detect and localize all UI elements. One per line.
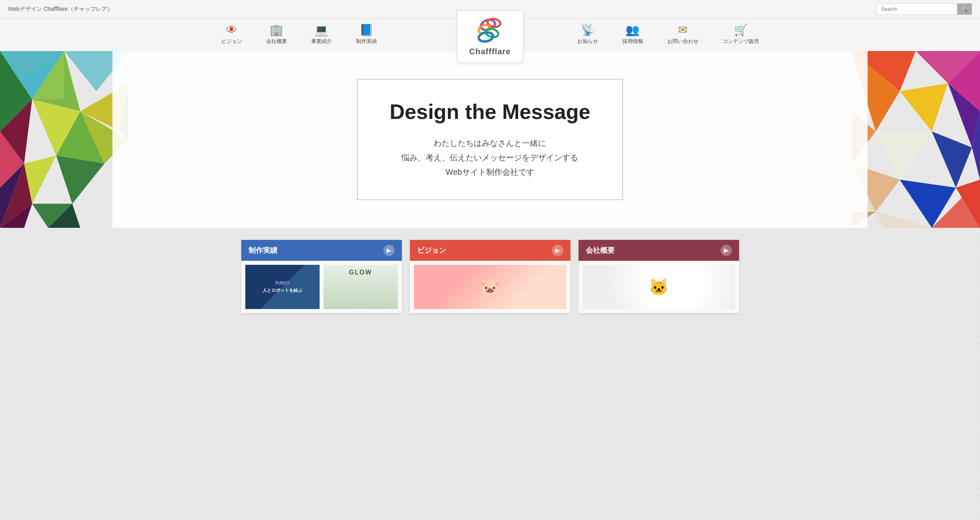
card-vision: ビジョン ▶ 🐷 bbox=[410, 240, 570, 313]
cards-section: 制作実績 ▶ PUBOT 人とロボットを結ぶ GLOW ビジョン bbox=[209, 228, 771, 325]
hero-subtitle-line1: わたしたちはみなさんと一緒に bbox=[390, 136, 591, 150]
hero-content-box: Design the Message わたしたちはみなさんと一緒に 悩み、考え、… bbox=[357, 79, 623, 200]
card-company-arrow: ▶ bbox=[721, 245, 732, 256]
laptop-icon: 💻 bbox=[314, 25, 328, 36]
nav-item-vision[interactable]: 👁 ビジョン bbox=[209, 18, 254, 51]
search-container: 🔍 bbox=[876, 3, 972, 15]
nav-wrapper: 👁 ビジョン 🏢 会社概要 💻 事業紹介 📘 制作実績 📡 お知らせ bbox=[0, 18, 980, 51]
card-vision-header[interactable]: ビジョン ▶ bbox=[410, 240, 570, 261]
nav-right: 📡 お知らせ 👥 採用情報 ✉ お問い合わせ 🛒 コンテンツ販売 bbox=[565, 18, 771, 51]
svg-marker-17 bbox=[56, 156, 104, 204]
nav-item-business[interactable]: 💻 事業紹介 bbox=[299, 18, 344, 51]
card-works-arrow: ▶ bbox=[383, 245, 395, 256]
svg-marker-31 bbox=[876, 131, 932, 180]
search-button[interactable]: 🔍 bbox=[957, 4, 972, 14]
card-vision-label: ビジョン bbox=[417, 246, 446, 255]
card-works-label: 制作実績 bbox=[249, 246, 277, 255]
people-icon: 👥 bbox=[625, 25, 640, 36]
card-works-thumb1: PUBOT 人とロボットを結ぶ bbox=[245, 265, 320, 309]
left-polygon-svg bbox=[0, 51, 128, 228]
nav-label-shop: コンテンツ販売 bbox=[723, 38, 759, 45]
card-company: 会社概要 ▶ 🐱 bbox=[579, 240, 739, 313]
search-input[interactable] bbox=[877, 4, 957, 14]
nav-item-works[interactable]: 📘 制作実績 bbox=[344, 18, 389, 51]
card-vision-body: 🐷 bbox=[410, 261, 570, 313]
hero-content-area: Design the Message わたしたちはみなさんと一緒に 悩み、考え、… bbox=[112, 51, 868, 228]
card-works-header[interactable]: 制作実績 ▶ bbox=[241, 240, 402, 261]
card-company-thumb: 🐱 bbox=[583, 265, 735, 309]
nav-label-vision: ビジョン bbox=[221, 38, 242, 45]
nav-label-contact: お問い合わせ bbox=[667, 38, 699, 45]
card-works-thumb2: GLOW bbox=[324, 265, 398, 309]
cart-icon: 🛒 bbox=[734, 25, 748, 36]
logo-rings-icon bbox=[474, 17, 506, 45]
card-vision-thumb: 🐷 bbox=[414, 265, 566, 309]
site-logo[interactable]: Chaffflare bbox=[457, 10, 523, 63]
nav-left: 👁 ビジョン 🏢 会社概要 💻 事業紹介 📘 制作実績 bbox=[209, 18, 389, 51]
svg-marker-29 bbox=[900, 83, 948, 131]
nav-label-news: お知らせ bbox=[577, 38, 598, 45]
card-works-body: PUBOT 人とロボットを結ぶ GLOW bbox=[241, 261, 402, 313]
nav-item-news[interactable]: 📡 お知らせ bbox=[565, 18, 610, 51]
card-company-label: 会社概要 bbox=[586, 246, 615, 255]
book-icon: 📘 bbox=[359, 25, 373, 36]
nav-label-works: 制作実績 bbox=[356, 38, 377, 45]
hero-left-decoration bbox=[0, 51, 128, 228]
nav-label-company: 会社概要 bbox=[266, 38, 287, 45]
hero-subtitle-line3: Webサイト制作会社です bbox=[390, 165, 591, 179]
nav-label-recruit: 採用情報 bbox=[622, 38, 643, 45]
site-title: Webデザイン Chaffflare（チャッフレア） bbox=[8, 6, 113, 13]
building-icon: 🏢 bbox=[269, 25, 283, 36]
nav-item-contact[interactable]: ✉ お問い合わせ bbox=[655, 18, 711, 51]
svg-marker-33 bbox=[932, 131, 972, 188]
hero-title: Design the Message bbox=[390, 100, 591, 124]
envelope-icon: ✉ bbox=[678, 25, 687, 36]
hero-right-decoration bbox=[852, 51, 980, 228]
logo-text: Chaffflare bbox=[469, 47, 511, 56]
card-vision-arrow: ▶ bbox=[552, 245, 563, 256]
antenna-icon: 📡 bbox=[581, 25, 595, 36]
eye-icon: 👁 bbox=[226, 25, 237, 36]
nav-item-shop[interactable]: 🛒 コンテンツ販売 bbox=[711, 18, 771, 51]
hero-subtitle-line2: 悩み、考え、伝えたいメッセージをデザインする bbox=[390, 150, 591, 165]
card-company-header[interactable]: 会社概要 ▶ bbox=[579, 240, 739, 261]
nav-item-recruit[interactable]: 👥 採用情報 bbox=[610, 18, 655, 51]
right-polygon-svg bbox=[852, 51, 980, 228]
card-works: 制作実績 ▶ PUBOT 人とロボットを結ぶ GLOW bbox=[241, 240, 402, 313]
hero-banner: Design the Message わたしたちはみなさんと一緒に 悩み、考え、… bbox=[0, 51, 980, 228]
nav-label-business: 事業紹介 bbox=[311, 38, 332, 45]
nav-item-company[interactable]: 🏢 会社概要 bbox=[254, 18, 299, 51]
card-company-body: 🐱 bbox=[579, 261, 739, 313]
hero-subtitle: わたしたちはみなさんと一緒に 悩み、考え、伝えたいメッセージをデザインする We… bbox=[390, 136, 591, 179]
